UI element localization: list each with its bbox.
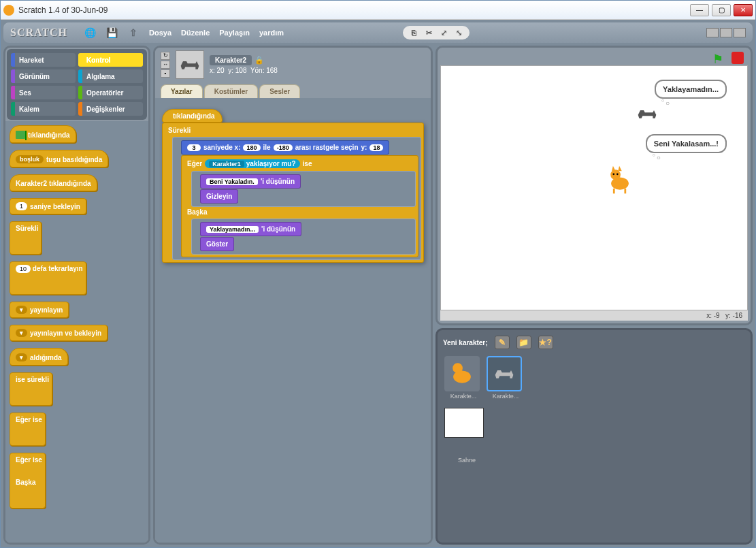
script-forever[interactable]: Sürekli 3saniyede x: 180ile -180arası ra…	[162, 123, 424, 263]
maximize-button[interactable]: ▢	[712, 4, 731, 16]
block-broadcast[interactable]: ▾yayınlayın	[10, 302, 69, 318]
rotation-buttons: ↻ ↔ •	[161, 52, 170, 78]
block-when-receive[interactable]: ▾aldığımda	[10, 348, 68, 366]
tab-costumes[interactable]: Kostümler	[204, 84, 258, 98]
dropdown-icon[interactable]: ▾	[16, 329, 27, 337]
save-icon[interactable]: 💾	[105, 27, 118, 39]
block-if-else[interactable]: Eğer iseBaşka	[10, 453, 46, 509]
cat-operators[interactable]: Operatörler	[78, 86, 143, 99]
menu-share[interactable]: Paylaşın	[219, 29, 250, 37]
tab-scripts[interactable]: Yazılar	[161, 84, 203, 98]
shrink-icon[interactable]: ⤡	[453, 27, 464, 38]
dropdown-icon[interactable]: ▾	[16, 306, 27, 314]
cat-sensing[interactable]: Algılama	[78, 69, 143, 83]
cat-icon	[446, 358, 478, 389]
sprite-thumbnail[interactable]	[176, 50, 204, 79]
block-broadcast-wait[interactable]: ▾yayınlayın ve bekleyin	[10, 325, 108, 341]
new-sprite-label: Yeni karakter;	[443, 339, 488, 346]
block-forever-if[interactable]: ise sürekli	[10, 372, 52, 406]
svg-point-1	[610, 170, 621, 180]
script-stack[interactable]: tıklandığında Sürekli 3saniyede x: 180il…	[162, 109, 424, 263]
dropdown-icon[interactable]: ▾	[16, 353, 27, 361]
block-if[interactable]: Eğer ise	[10, 413, 46, 446]
mouse-coords: x: -9 y: -16	[440, 310, 748, 321]
logo: SCRATCH	[10, 27, 67, 39]
view-normal[interactable]	[720, 28, 732, 37]
cat-variables[interactable]: Değişkenler	[78, 102, 143, 116]
stage[interactable]: Yaklayamadın... Seni Yakalasam...!	[440, 65, 748, 310]
app-icon	[3, 5, 14, 16]
paint-sprite-button[interactable]: ✎	[495, 336, 510, 349]
cat-pen[interactable]: Kalem	[11, 102, 76, 116]
language-icon[interactable]: 🌐	[84, 27, 96, 39]
block-wait[interactable]: 1saniye bekleyin	[10, 198, 86, 214]
sprite-list-panel: Yeni karakter; ✎ 📁 ★? Karakte...	[435, 328, 753, 545]
new-sprite-bar: Yeni karakter; ✎ 📁 ★?	[440, 333, 748, 352]
share-icon[interactable]: ⇧	[127, 27, 139, 39]
menu-help[interactable]: yardım	[259, 29, 284, 37]
script-area[interactable]: tıklandığında Sürekli 3saniyede x: 180il…	[155, 98, 431, 543]
sprite-thumbnails: Karakte... Karakte...	[440, 352, 748, 404]
script-think1[interactable]: Beni Yakaladın.'i düşünün	[200, 174, 301, 189]
block-when-key[interactable]: boşluktuşu basıldığında	[10, 150, 108, 167]
surprise-sprite-button[interactable]: ★?	[538, 336, 553, 349]
window-title: Scratch 1.4 of 30-Jun-09	[18, 5, 690, 15]
rotate-free-icon[interactable]: ↻	[161, 52, 170, 60]
block-when-flag[interactable]: tıklandığında	[10, 125, 76, 143]
script-think2[interactable]: Yaklayamadın...'i düşünün	[200, 222, 301, 236]
block-palette: tıklandığında boşluktuşu basıldığında Ka…	[5, 121, 148, 543]
minimize-button[interactable]: —	[690, 4, 709, 16]
script-glide[interactable]: 3saniyede x: 180ile -180arası rastgele s…	[181, 140, 389, 155]
import-sprite-button[interactable]: 📁	[516, 336, 531, 349]
svg-point-5	[617, 173, 619, 175]
sprite-name[interactable]: Karakter2	[210, 55, 252, 65]
stage-tools: ⎘ ✂ ⤢ ⤡	[403, 26, 470, 39]
menubar: SCRATCH 🌐 💾 ⇧ Dosya Düzenle Paylaşın yar…	[3, 22, 753, 43]
stamp-icon[interactable]: ⎘	[408, 27, 419, 38]
stage-sprite-dog[interactable]	[636, 107, 659, 120]
sprite-cell-2[interactable]: Karakte...	[487, 356, 525, 400]
scissors-icon[interactable]: ✂	[423, 27, 434, 38]
rotate-none-icon[interactable]: •	[161, 69, 170, 78]
block-forever[interactable]: Sürekli	[10, 221, 42, 255]
script-touching[interactable]: Karakter1yaklaşıyor mu?	[205, 159, 299, 168]
script-hat[interactable]: tıklandığında	[162, 109, 223, 123]
script-hide[interactable]: Gizleyin	[200, 189, 238, 204]
view-small[interactable]	[706, 28, 719, 37]
dog-icon	[178, 58, 201, 71]
menu-edit[interactable]: Düzenle	[181, 29, 210, 37]
script-show[interactable]: Göster	[200, 237, 234, 251]
block-when-sprite-clicked[interactable]: Karakter2 tıklandığında	[10, 174, 97, 191]
svg-point-9	[453, 363, 463, 373]
sprite-header: ↻ ↔ • Karakter2🔒 x: 20 y: 108 Yön: 168	[155, 48, 431, 82]
svg-point-4	[612, 173, 614, 175]
green-flag-button[interactable]: ⚑	[712, 52, 726, 64]
key-dropdown[interactable]: boşluk	[16, 155, 44, 163]
titlebar: Scratch 1.4 of 30-Jun-09 — ▢ ✕	[1, 1, 755, 20]
right-column: ⚑ Yaklayamadın... Seni Yakalasam...! x: …	[435, 46, 753, 545]
stage-cell[interactable]: Sahne	[444, 408, 489, 464]
stage-sprite-cat[interactable]	[604, 165, 636, 196]
cat-sound[interactable]: Ses	[11, 86, 76, 99]
tab-sounds[interactable]: Sesler	[259, 84, 300, 98]
rotate-lr-icon[interactable]: ↔	[161, 61, 170, 69]
cat-control[interactable]: Kontrol	[78, 53, 143, 67]
script-if-else[interactable]: Eğer Karakter1yaklaşıyor mu? ise Beni Ya…	[181, 155, 418, 257]
thought-bubble-1: Yaklayamadın...	[655, 80, 727, 99]
svg-marker-2	[612, 166, 616, 171]
cat-looks[interactable]: Görünüm	[11, 69, 76, 83]
lock-icon[interactable]: 🔒	[254, 56, 264, 64]
svg-marker-3	[618, 166, 622, 171]
flag-icon	[16, 131, 25, 139]
sprite-cell-1[interactable]: Karakte...	[444, 356, 482, 400]
view-presentation[interactable]	[734, 28, 746, 37]
sprite-info: Karakter2🔒 x: 20 y: 108 Yön: 168	[210, 55, 278, 74]
stop-button[interactable]	[732, 52, 744, 64]
dog-icon	[493, 367, 516, 381]
close-button[interactable]: ✕	[734, 4, 753, 16]
cat-motion[interactable]: Hareket	[11, 53, 76, 67]
block-repeat[interactable]: 10 defa tekrarlayın	[10, 261, 86, 295]
svg-rect-7	[624, 189, 626, 193]
grow-icon[interactable]: ⤢	[438, 27, 449, 38]
menu-file[interactable]: Dosya	[149, 29, 171, 37]
